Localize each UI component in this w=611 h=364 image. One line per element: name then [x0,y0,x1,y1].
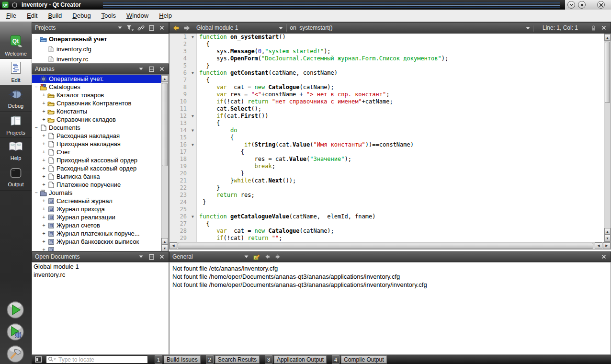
fold-marker-icon[interactable]: ▼ [189,127,197,134]
code-line[interactable]: 10 if(!cat) return "нет справочника с им… [170,98,604,105]
maximize-button[interactable] [578,1,586,9]
context-combobox[interactable]: Global module 1 [196,24,283,31]
menu-file[interactable]: File [1,11,22,21]
expand-icon[interactable]: + [41,133,47,138]
expand-icon[interactable]: + [41,117,47,122]
menu-edit[interactable]: Edit [22,11,43,21]
close-panel-icon[interactable] [600,253,608,261]
close-panel-icon[interactable] [158,24,166,32]
tree-item[interactable]: +Журнал платежных поруче... [32,229,162,238]
code-line[interactable]: 12▼ if(cat.First()) [170,113,604,120]
fold-marker-icon[interactable]: ▼ [189,141,197,148]
scroll-up-icon[interactable]: ▲ [604,34,611,41]
expand-icon[interactable]: + [41,109,47,114]
collapse-icon[interactable]: − [33,190,39,195]
fold-marker-icon[interactable]: ▼ [189,34,197,41]
expand-icon[interactable]: + [41,141,47,147]
code-line[interactable]: 14▼ do [170,127,604,134]
minimize-button[interactable] [567,1,575,9]
fold-marker-icon[interactable]: ▼ [189,213,197,220]
lock-icon[interactable] [589,24,597,32]
tree-item[interactable]: inventory.cfg [32,44,169,54]
split-icon[interactable] [147,253,155,261]
mode-output[interactable]: Output [0,164,32,191]
tree-item[interactable]: −Documents [32,124,162,132]
back-icon[interactable] [172,24,180,32]
panel-selector-dropdown[interactable] [116,24,124,32]
output-pane-application-output[interactable]: 3Application Output [265,355,327,364]
next-item-icon[interactable] [274,253,282,261]
mode-help[interactable]: Help [0,138,32,164]
fold-marker-icon[interactable]: ▼ [189,69,197,77]
tree-item[interactable]: inventory.rc [32,54,169,64]
code-line[interactable]: 28 var cat = new Catalogue(catName); [170,228,604,235]
expand-icon[interactable]: + [41,158,47,163]
expand-icon[interactable]: + [41,239,47,244]
editor-vscrollbar[interactable]: ▲ ▲ ▼ [604,34,611,242]
menu-debug[interactable]: Debug [67,11,96,21]
previous-item-icon[interactable] [263,253,271,261]
code-line[interactable]: 6▼function getConstant(catName, constNam… [170,69,604,77]
code-line[interactable]: 24 } [170,199,604,206]
expand-icon[interactable]: + [41,215,47,220]
code-line[interactable]: 9 var res = "<"+constName + "> нет в спр… [170,91,604,98]
code-line[interactable]: 8 var cat = new Catalogue(catName); [170,84,604,91]
output-pane-build-issues[interactable]: 1Build Issues [155,355,201,364]
tree-item[interactable]: + [32,246,162,251]
code-line[interactable]: 29 if(!cat) return ""; [170,235,604,242]
tree-item[interactable]: +Приходная накладная [32,140,162,148]
collapse-icon[interactable]: − [33,125,39,130]
menu-window[interactable]: Window [121,11,154,21]
code-line[interactable]: 2 { [170,41,604,48]
code-line[interactable]: 1▼function on_systemstart() [170,34,604,41]
expand-icon[interactable]: + [41,101,47,106]
close-panel-icon[interactable] [158,65,166,73]
tree-item[interactable]: +Справочник складов [32,115,162,124]
sync-icon[interactable] [137,24,145,32]
tree-item[interactable]: −Catalogues [32,83,162,91]
scrollbar-thumb[interactable] [605,42,610,103]
qt-logo-icon[interactable]: Qt [2,1,9,8]
panel-selector-dropdown[interactable] [137,65,145,73]
code-line[interactable]: 11 cat.Select(); [170,105,604,113]
scrollbar-thumb[interactable] [162,83,168,166]
code-line[interactable]: 18 res = cat.Value("Значение"); [170,156,604,163]
tree-item[interactable]: Оперативный учет. [32,75,162,83]
tree-item[interactable]: +Справочник Контрагентов [32,99,162,107]
tree-item[interactable]: +Журнал реализации [32,213,162,221]
clear-output-icon[interactable] [253,253,260,261]
expand-icon[interactable]: + [41,206,47,212]
code-line[interactable]: 23 return res; [170,192,604,199]
run-button[interactable] [6,301,24,319]
mode-debug[interactable]: Debug [0,85,32,112]
code-line[interactable]: 25 [170,206,604,213]
forward-icon[interactable] [183,24,191,32]
locator-input[interactable] [57,356,146,364]
open-document-item[interactable]: Global module 1 [32,262,169,271]
tree-item[interactable]: +Расходный кассовый ордер [32,164,162,172]
mode-edit[interactable]: Edit [0,59,32,85]
menu-help[interactable]: Help [154,11,177,21]
code-editor[interactable]: 1▼function on_systemstart()2 {3 sys.Mess… [169,34,604,242]
tree-item[interactable]: +Журнал банковских выписок [32,238,162,246]
tree-item[interactable]: +Системный журнал [32,197,162,205]
locator[interactable] [46,355,148,364]
expand-icon[interactable]: + [41,223,47,228]
fold-marker-icon[interactable]: ▼ [189,113,197,120]
mode-projects[interactable]: Projects [0,112,32,138]
collapse-icon[interactable]: − [33,84,39,90]
code-line[interactable]: 4 sys.OpenForm("DocJournal.Системный жур… [170,55,604,62]
scroll-down-icon[interactable]: ▼ [161,245,168,251]
scroll-up-icon[interactable]: ▲ [161,238,168,245]
code-line[interactable]: 7 { [170,77,604,84]
expand-icon[interactable]: + [41,231,47,236]
scroll-down-icon[interactable]: ▼ [604,235,611,241]
collapse-icon[interactable]: − [33,36,39,42]
scroll-up-icon[interactable]: ▲ [161,75,168,82]
tree-item[interactable]: −Journals [32,189,162,197]
close-panel-icon[interactable] [158,253,166,261]
code-line[interactable]: 3 sys.Message(0,"system started!"); [170,48,604,55]
code-line[interactable]: 21 }while(cat.Next()); [170,177,604,184]
menu-build[interactable]: Build [43,11,67,21]
scroll-left-icon[interactable]: ◀ [595,242,602,249]
